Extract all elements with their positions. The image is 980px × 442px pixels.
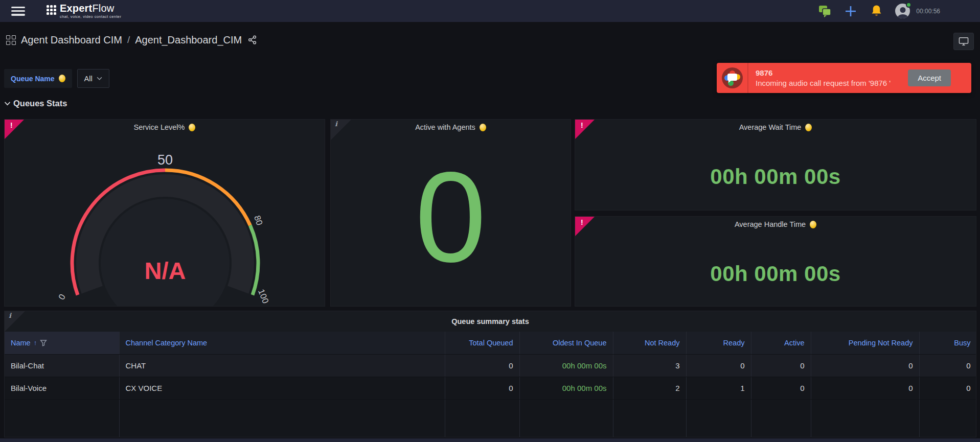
top-navbar: ExpertFlow chat, voice, video contact ce… bbox=[0, 0, 980, 22]
cell-total-queued: 0 bbox=[445, 377, 519, 399]
column-header-busy[interactable]: Busy bbox=[919, 332, 976, 354]
column-header-name[interactable]: Name ↑ bbox=[5, 332, 119, 354]
annotation-dot[interactable] bbox=[480, 124, 486, 131]
annotation-dot[interactable] bbox=[810, 221, 816, 228]
cell-busy: 0 bbox=[919, 377, 976, 399]
presence-dot bbox=[906, 2, 911, 8]
accept-call-button[interactable]: Accept bbox=[908, 69, 951, 86]
panel-title-average-handle-time[interactable]: Average Handle Time bbox=[575, 220, 976, 228]
average-wait-time-panel: ! Average Wait Time 00h 00m 00s bbox=[575, 119, 976, 211]
avatar[interactable] bbox=[895, 4, 910, 18]
queue-summary-panel: i Queue summary stats Name ↑ Channel Cat… bbox=[4, 311, 976, 437]
footer-strip bbox=[0, 438, 980, 442]
annotation-dot[interactable] bbox=[805, 124, 812, 131]
cell-name: Bilal-Voice bbox=[5, 377, 119, 399]
brand-tagline: chat, voice, video contact center bbox=[60, 15, 121, 19]
cell-total-queued: 0 bbox=[445, 354, 519, 377]
queue-name-label: Queue Name bbox=[11, 75, 55, 83]
annotation-dot[interactable] bbox=[59, 75, 65, 82]
average-handle-time-panel: ! Average Handle Time 00h 00m 00s bbox=[575, 216, 976, 307]
table-row: Bilal-Chat CHAT 0 00h 00m 00s 3 0 0 0 0 bbox=[5, 354, 976, 377]
hamburger-menu-icon[interactable] bbox=[11, 7, 25, 16]
cell-active: 0 bbox=[751, 354, 811, 377]
brand-logo[interactable]: ExpertFlow chat, voice, video contact ce… bbox=[47, 3, 121, 19]
section-title: Queues Stats bbox=[13, 99, 67, 108]
panel-title-average-wait-time[interactable]: Average Wait Time bbox=[575, 123, 976, 131]
cell-ready: 0 bbox=[686, 354, 751, 377]
gauge-label-100: 100 bbox=[256, 288, 270, 305]
error-exclamation-icon[interactable]: ! bbox=[581, 121, 583, 129]
info-icon[interactable]: i bbox=[9, 312, 11, 319]
column-header-active[interactable]: Active bbox=[751, 332, 811, 354]
share-icon[interactable] bbox=[248, 35, 257, 44]
average-handle-time-value: 00h 00m 00s bbox=[575, 262, 976, 286]
column-header-not-ready[interactable]: Not Ready bbox=[613, 332, 686, 354]
cell-ready: 1 bbox=[686, 377, 751, 399]
cell-name: Bilal-Chat bbox=[5, 354, 119, 377]
panel-info-corner[interactable] bbox=[5, 311, 25, 332]
cell-channel: CX VOICE bbox=[119, 377, 445, 399]
gauge-label-50: 50 bbox=[157, 152, 173, 168]
cell-active: 0 bbox=[751, 377, 811, 399]
filter-row: Queue Name All bbox=[4, 69, 109, 88]
annotation-dot[interactable] bbox=[189, 124, 195, 131]
chevron-down-icon bbox=[4, 101, 11, 106]
queue-name-value-dropdown[interactable]: All bbox=[77, 69, 109, 88]
incoming-call-banner: 9876 Incoming audio call request from '9… bbox=[717, 63, 971, 93]
plus-icon[interactable] bbox=[844, 5, 857, 18]
gauge-value: N/A bbox=[145, 257, 186, 284]
service-level-gauge: 50 0 80 100 N/A bbox=[5, 120, 325, 307]
call-message: Incoming audio call request from '9876 ' bbox=[756, 79, 901, 87]
brand-name: ExpertFlow bbox=[60, 3, 121, 13]
table-empty-area bbox=[5, 399, 976, 437]
info-icon[interactable]: i bbox=[335, 120, 337, 128]
bell-icon[interactable] bbox=[870, 5, 883, 18]
active-with-agents-panel: i Active with Agents 0 bbox=[330, 119, 571, 307]
queues-stats-section-toggle[interactable]: Queues Stats bbox=[4, 99, 67, 108]
caller-id: 9876 bbox=[756, 68, 901, 77]
cell-oldest-in-queue: 00h 00m 00s bbox=[519, 377, 613, 399]
cell-not-ready: 3 bbox=[613, 354, 686, 377]
cell-pending-not-ready: 0 bbox=[811, 377, 919, 399]
error-exclamation-icon[interactable]: ! bbox=[10, 121, 13, 129]
panel-error-corner[interactable] bbox=[575, 217, 595, 236]
breadcrumb-separator: / bbox=[127, 34, 130, 45]
panel-info-corner[interactable] bbox=[331, 120, 351, 140]
dashboards-grid-icon[interactable] bbox=[6, 35, 16, 45]
brand-dots-icon bbox=[47, 5, 56, 15]
cycle-view-button[interactable] bbox=[953, 33, 974, 50]
table-header-row: Name ↑ Channel Category Name Total Queue… bbox=[5, 332, 976, 354]
call-app-icon bbox=[722, 67, 743, 88]
panel-title-service-level[interactable]: Service Level% bbox=[5, 123, 325, 131]
table-row: Bilal-Voice CX VOICE 0 00h 00m 00s 2 1 0… bbox=[5, 377, 976, 399]
filter-icon[interactable] bbox=[40, 339, 47, 346]
service-level-panel: ! Service Level% 50 0 80 100 N/A bbox=[4, 119, 325, 307]
column-header-oldest-in-queue[interactable]: Oldest In Queue bbox=[519, 332, 613, 354]
sort-asc-icon[interactable]: ↑ bbox=[34, 339, 37, 346]
breadcrumb-folder[interactable]: Agent Dashboard CIM bbox=[21, 34, 122, 46]
chevron-down-icon bbox=[97, 77, 102, 80]
queue-summary-table: Name ↑ Channel Category Name Total Queue… bbox=[5, 332, 976, 437]
average-wait-time-value: 00h 00m 00s bbox=[575, 165, 976, 189]
session-timer: 00:00:56 bbox=[916, 8, 940, 15]
panel-title-active-with-agents[interactable]: Active with Agents bbox=[331, 123, 571, 131]
cell-pending-not-ready: 0 bbox=[811, 354, 919, 377]
table-title: Queue summary stats bbox=[5, 311, 976, 332]
column-header-pending-not-ready[interactable]: Pending Not Ready bbox=[811, 332, 919, 354]
breadcrumb-dashboard[interactable]: Agent_Dashboard_CIM bbox=[135, 34, 242, 46]
column-header-total-queued[interactable]: Total Queued bbox=[445, 332, 519, 354]
monitor-icon bbox=[959, 37, 969, 46]
cell-channel: CHAT bbox=[119, 354, 445, 377]
column-header-ready[interactable]: Ready bbox=[686, 332, 751, 354]
cell-oldest-in-queue: 00h 00m 00s bbox=[519, 354, 613, 377]
queue-name-filter[interactable]: Queue Name bbox=[4, 69, 72, 88]
panel-error-corner[interactable] bbox=[5, 120, 24, 139]
cell-not-ready: 2 bbox=[613, 377, 686, 399]
gauge-label-80: 80 bbox=[252, 214, 264, 226]
cell-busy: 0 bbox=[919, 354, 976, 377]
chat-icon[interactable] bbox=[818, 5, 832, 18]
column-header-channel-category[interactable]: Channel Category Name bbox=[119, 332, 445, 354]
gauge-label-0: 0 bbox=[57, 292, 67, 301]
panel-error-corner[interactable] bbox=[575, 120, 595, 139]
error-exclamation-icon[interactable]: ! bbox=[581, 218, 583, 226]
